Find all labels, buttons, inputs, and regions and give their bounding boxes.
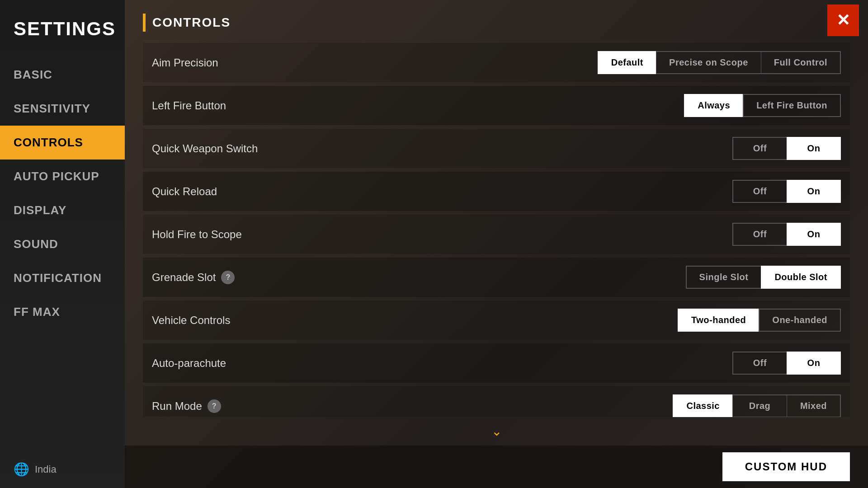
- setting-row-aim-precision: Aim Precision Default Precise on Scope F…: [143, 43, 850, 82]
- sidebar-item-controls[interactable]: CONTROLS: [0, 126, 125, 160]
- grenade-slot-label: Grenade Slot ?: [152, 271, 686, 284]
- settings-title: SETTINGS: [0, 9, 125, 58]
- run-mode-controls: Classic Drag Mixed: [673, 394, 841, 417]
- grenade-single[interactable]: Single Slot: [686, 266, 761, 289]
- left-fire-always[interactable]: Always: [684, 94, 743, 117]
- setting-row-vehicle: Vehicle Controls Two-handed One-handed: [143, 300, 850, 340]
- aim-precision-label: Aim Precision: [152, 56, 598, 69]
- sidebar-item-sound[interactable]: SOUND: [0, 227, 125, 261]
- aim-precision-full[interactable]: Full Control: [761, 51, 841, 74]
- vehicle-controls-label: Vehicle Controls: [152, 314, 678, 327]
- quick-weapon-label: Quick Weapon Switch: [152, 142, 732, 155]
- parachute-controls: Off On: [732, 352, 841, 375]
- vehicle-one-handed[interactable]: One-handed: [759, 309, 841, 332]
- custom-hud-bar: CUSTOM HUD: [125, 446, 868, 488]
- scroll-indicator: ⌄: [125, 417, 868, 446]
- left-fire-label: Left Fire Button: [152, 99, 684, 112]
- sidebar: SETTINGS BASIC SENSITIVITY CONTROLS AUTO…: [0, 0, 125, 488]
- parachute-on[interactable]: On: [787, 352, 841, 375]
- auto-parachute-label: Auto-parachute: [152, 357, 732, 370]
- setting-row-parachute: Auto-parachute Off On: [143, 343, 850, 383]
- settings-panel: CONTROLS Aim Precision Default Precise o…: [125, 0, 868, 417]
- grenade-slot-controls: Single Slot Double Slot: [686, 266, 841, 289]
- grenade-double[interactable]: Double Slot: [761, 266, 841, 289]
- sidebar-item-ff-max[interactable]: FF MAX: [0, 295, 125, 329]
- quick-reload-on[interactable]: On: [787, 180, 841, 203]
- main-content: ✕ CONTROLS Aim Precision Default Precise…: [125, 0, 868, 488]
- sidebar-footer: 🌐 India: [0, 450, 125, 488]
- quick-reload-controls: Off On: [732, 180, 841, 203]
- run-mode-help-icon[interactable]: ?: [208, 399, 221, 413]
- quick-weapon-controls: Off On: [732, 137, 841, 160]
- vehicle-controls-controls: Two-handed One-handed: [678, 309, 841, 332]
- quick-weapon-on[interactable]: On: [787, 137, 841, 160]
- section-header: CONTROLS: [143, 14, 850, 32]
- globe-icon: 🌐: [14, 462, 29, 477]
- setting-row-quick-weapon: Quick Weapon Switch Off On: [143, 129, 850, 168]
- setting-row-quick-reload: Quick Reload Off On: [143, 172, 850, 211]
- setting-row-run-mode: Run Mode ? Classic Drag Mixed: [143, 386, 850, 417]
- parachute-off[interactable]: Off: [732, 352, 787, 375]
- section-title: CONTROLS: [152, 15, 231, 30]
- sidebar-item-display[interactable]: DISPLAY: [0, 193, 125, 227]
- setting-row-hold-fire: Hold Fire to Scope Off On: [143, 215, 850, 254]
- sidebar-item-basic[interactable]: BASIC: [0, 58, 125, 92]
- close-icon: ✕: [836, 11, 850, 30]
- setting-row-grenade-slot: Grenade Slot ? Single Slot Double Slot: [143, 258, 850, 297]
- grenade-slot-help-icon[interactable]: ?: [221, 271, 235, 284]
- run-mode-label: Run Mode ?: [152, 399, 673, 413]
- region-label: India: [35, 464, 57, 475]
- hold-fire-label: Hold Fire to Scope: [152, 228, 732, 241]
- hold-fire-controls: Off On: [732, 223, 841, 246]
- sidebar-item-sensitivity[interactable]: SENSITIVITY: [0, 92, 125, 126]
- quick-reload-label: Quick Reload: [152, 185, 732, 198]
- run-mode-mixed[interactable]: Mixed: [787, 394, 841, 417]
- close-button[interactable]: ✕: [827, 5, 859, 36]
- vehicle-two-handed[interactable]: Two-handed: [678, 309, 759, 332]
- aim-precision-default[interactable]: Default: [598, 51, 656, 74]
- run-mode-drag[interactable]: Drag: [732, 394, 787, 417]
- quick-reload-off[interactable]: Off: [732, 180, 787, 203]
- hold-fire-off[interactable]: Off: [732, 223, 787, 246]
- custom-hud-button[interactable]: CUSTOM HUD: [722, 452, 850, 481]
- hold-fire-on[interactable]: On: [787, 223, 841, 246]
- sidebar-item-auto-pickup[interactable]: AUTO PICKUP: [0, 160, 125, 193]
- aim-precision-controls: Default Precise on Scope Full Control: [598, 51, 841, 74]
- quick-weapon-off[interactable]: Off: [732, 137, 787, 160]
- aim-precision-precise[interactable]: Precise on Scope: [656, 51, 761, 74]
- left-fire-controls: Always Left Fire Button: [684, 94, 841, 117]
- setting-row-left-fire: Left Fire Button Always Left Fire Button: [143, 86, 850, 125]
- chevron-down-icon: ⌄: [491, 424, 502, 439]
- sidebar-item-notification[interactable]: NOTIFICATION: [0, 261, 125, 295]
- run-mode-classic[interactable]: Classic: [673, 394, 732, 417]
- left-fire-button-opt[interactable]: Left Fire Button: [743, 94, 841, 117]
- section-indicator: [143, 14, 146, 32]
